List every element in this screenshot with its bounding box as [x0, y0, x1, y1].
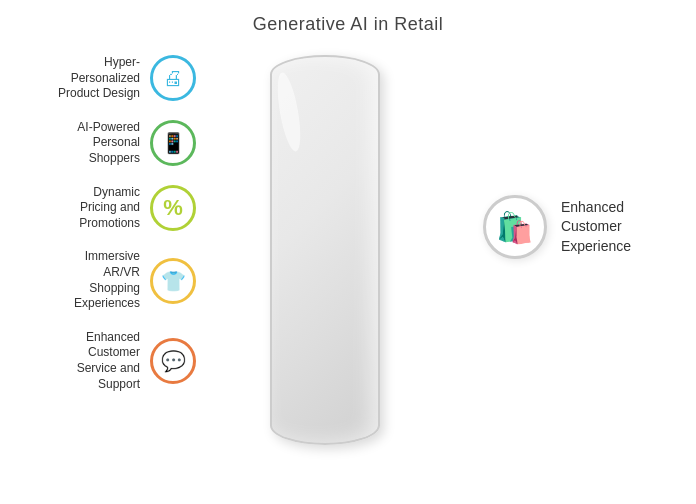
item-icon-5: 💬 — [150, 338, 196, 384]
item-label-1: Hyper-PersonalizedProduct Design — [20, 55, 140, 102]
lens-shape — [270, 55, 380, 445]
left-item-3: DynamicPricing andPromotions% — [20, 185, 196, 232]
item-icon-3: % — [150, 185, 196, 231]
left-item-1: Hyper-PersonalizedProduct Design🖨 — [20, 55, 196, 102]
item-icon-1: 🖨 — [150, 55, 196, 101]
page-title: Generative AI in Retail — [0, 0, 696, 35]
item-icon-2: 📱 — [150, 120, 196, 166]
item-icon-4: 👕 — [150, 258, 196, 304]
left-items-list: Hyper-PersonalizedProduct Design🖨AI-Powe… — [20, 55, 196, 392]
target-icon-circle: 🛍️ — [483, 195, 547, 259]
target-label: EnhancedCustomerExperience — [561, 198, 631, 257]
target-item: 🛍️ EnhancedCustomerExperience — [483, 195, 631, 259]
item-label-2: AI-PoweredPersonalShoppers — [20, 120, 140, 167]
left-item-4: ImmersiveAR/VRShoppingExperiences👕 — [20, 249, 196, 311]
item-label-4: ImmersiveAR/VRShoppingExperiences — [20, 249, 140, 311]
item-label-5: EnhancedCustomerService andSupport — [20, 330, 140, 392]
item-label-3: DynamicPricing andPromotions — [20, 185, 140, 232]
left-item-5: EnhancedCustomerService andSupport💬 — [20, 330, 196, 392]
left-item-2: AI-PoweredPersonalShoppers📱 — [20, 120, 196, 167]
main-container: Generative AI in Retail Hyper-Personaliz… — [0, 0, 696, 504]
